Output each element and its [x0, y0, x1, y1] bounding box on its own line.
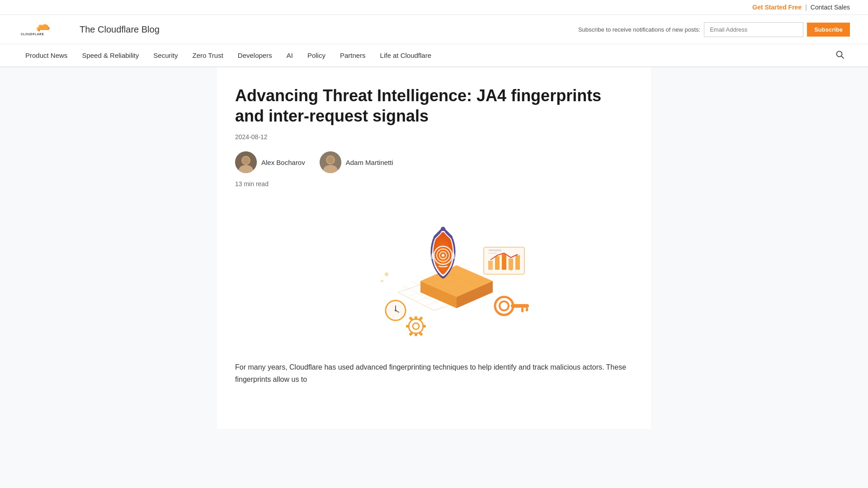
svg-rect-48 — [511, 304, 529, 308]
blog-title: The Cloudflare Blog — [80, 24, 160, 35]
hero-illustration-container — [235, 202, 633, 347]
nav-item-policy[interactable]: Policy — [300, 44, 333, 67]
svg-rect-54 — [502, 254, 506, 270]
article-date: 2024-08-12 — [235, 133, 633, 141]
article-title: Advancing Threat Intelligence: JA4 finge… — [235, 85, 633, 126]
nav-item-security[interactable]: Security — [146, 44, 185, 67]
top-bar: Get Started Free | Contact Sales — [0, 0, 868, 15]
adam-avatar-svg — [320, 151, 341, 173]
svg-point-10 — [327, 156, 334, 164]
author-adam-martinetti: Adam Martinetti — [320, 151, 393, 173]
article-body: For many years, Cloudflare has used adva… — [235, 361, 633, 385]
svg-point-59 — [385, 272, 388, 276]
get-started-link[interactable]: Get Started Free — [752, 4, 802, 11]
separator: | — [805, 4, 807, 11]
svg-rect-56 — [515, 255, 520, 270]
svg-rect-38 — [415, 316, 417, 320]
svg-point-35 — [395, 310, 396, 311]
svg-point-30 — [442, 254, 444, 257]
svg-text:CLOUDFLARE: CLOUDFLARE — [21, 33, 44, 36]
svg-point-60 — [381, 280, 383, 282]
cloudflare-logo: CLOUDFLARE — [18, 20, 72, 38]
svg-point-37 — [413, 323, 419, 329]
svg-rect-57 — [488, 249, 502, 251]
hero-illustration — [307, 202, 561, 347]
adam-avatar — [320, 151, 341, 173]
nav-item-speed-reliability[interactable]: Speed & Reliability — [75, 44, 146, 67]
search-button[interactable] — [830, 45, 850, 66]
nav-item-zero-trust[interactable]: Zero Trust — [185, 44, 230, 67]
svg-point-6 — [242, 157, 250, 164]
svg-rect-58 — [488, 253, 497, 254]
svg-rect-50 — [526, 308, 528, 311]
svg-rect-52 — [488, 261, 493, 270]
svg-point-1 — [837, 51, 842, 56]
svg-rect-53 — [495, 256, 500, 270]
svg-point-47 — [500, 301, 509, 310]
subscribe-section: Subscribe to receive notifications of ne… — [578, 22, 850, 37]
adam-avatar-placeholder — [320, 151, 341, 173]
svg-rect-41 — [406, 325, 410, 328]
nav-item-life-at-cloudflare[interactable]: Life at Cloudflare — [373, 44, 439, 67]
nav-item-developers[interactable]: Developers — [231, 44, 279, 67]
author-alex-bocharov: Alex Bocharov — [235, 151, 305, 173]
alex-avatar-svg — [235, 151, 257, 173]
logo-container[interactable]: CLOUDFLARE — [18, 20, 72, 38]
svg-point-61 — [509, 268, 512, 271]
article-paragraph-1: For many years, Cloudflare has used adva… — [235, 361, 633, 385]
main-content: Advancing Threat Intelligence: JA4 finge… — [217, 67, 651, 429]
svg-line-2 — [842, 56, 844, 58]
svg-point-36 — [409, 319, 423, 333]
email-input[interactable] — [704, 22, 803, 37]
header: CLOUDFLARE The Cloudflare Blog Subscribe… — [0, 15, 868, 44]
authors-section: Alex Bocharov Adam Martinetti — [235, 151, 633, 173]
subscribe-label: Subscribe to receive notifications of ne… — [578, 26, 700, 33]
svg-rect-55 — [509, 258, 513, 270]
adam-name: Adam Martinetti — [346, 159, 393, 166]
svg-rect-49 — [521, 308, 524, 312]
alex-avatar-placeholder — [235, 151, 257, 173]
svg-point-46 — [495, 297, 513, 315]
alex-avatar — [235, 151, 257, 173]
svg-rect-39 — [415, 333, 417, 336]
header-left: CLOUDFLARE The Cloudflare Blog — [18, 20, 160, 38]
nav-item-ai[interactable]: AI — [279, 44, 300, 67]
subscribe-button[interactable]: Subscribe — [807, 23, 850, 37]
main-nav: Product News Speed & Reliability Securit… — [0, 44, 868, 67]
nav-item-product-news[interactable]: Product News — [18, 44, 75, 67]
alex-name: Alex Bocharov — [261, 159, 305, 166]
nav-item-partners[interactable]: Partners — [333, 44, 373, 67]
search-icon — [835, 50, 844, 59]
contact-sales-link[interactable]: Contact Sales — [811, 4, 850, 11]
read-time: 13 min read — [235, 180, 633, 188]
svg-rect-40 — [422, 325, 426, 328]
